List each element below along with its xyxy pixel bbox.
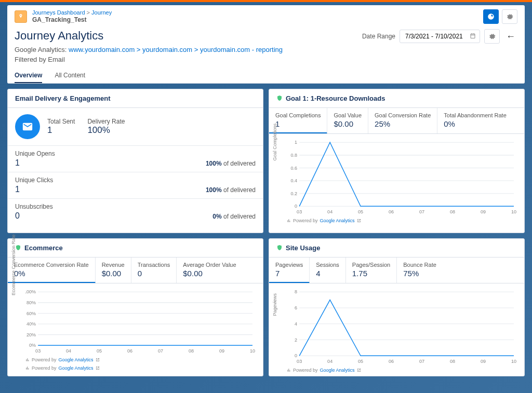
- unique-clicks-value: 1: [15, 185, 20, 194]
- svg-text:03: 03: [297, 358, 302, 363]
- svg-text:40%: 40%: [26, 321, 36, 327]
- svg-text:07: 07: [419, 209, 424, 214]
- goal1-tab-conversion[interactable]: Goal Conversion Rate25%: [368, 108, 437, 133]
- site-tab-sessions[interactable]: Sessions4: [310, 258, 346, 283]
- panel-ecommerce-header: Ecommerce: [8, 239, 263, 258]
- date-range-input[interactable]: 7/3/2021 - 7/10/2021: [400, 30, 480, 43]
- svg-text:09: 09: [481, 358, 486, 363]
- svg-text:07: 07: [419, 358, 424, 363]
- goal1-tab-abandon[interactable]: Total Abandonment Rate0%: [437, 108, 512, 133]
- google-analytics-link[interactable]: Google Analytics: [59, 357, 94, 362]
- svg-text:07: 07: [158, 348, 163, 353]
- goal1-metric-tabs: Goal Completions1 Goal Value$0.00 Goal C…: [269, 108, 524, 134]
- tab-overview[interactable]: Overview: [15, 69, 42, 83]
- unique-opens-value: 1: [15, 158, 20, 168]
- goal1-tab-completions[interactable]: Goal Completions1: [269, 108, 327, 134]
- unsubscribes-label: Unsubscribes: [15, 203, 256, 210]
- external-link-icon: [96, 358, 100, 362]
- svg-text:10: 10: [511, 209, 516, 214]
- shield-icon: [276, 95, 283, 101]
- ga-link-3[interactable]: yourdomain.com - reporting: [200, 46, 283, 53]
- date-settings-button[interactable]: [484, 29, 500, 44]
- panel-site-usage: Site Usage Pageviews7 Sessions4 Pages/Se…: [269, 238, 525, 376]
- site-tab-pps[interactable]: Pages/Session1.75: [346, 258, 397, 283]
- site-tab-bounce[interactable]: Bounce Rate75%: [397, 258, 443, 283]
- date-range-label: Date Range: [362, 33, 395, 40]
- back-arrow[interactable]: ←: [504, 29, 517, 44]
- svg-text:09: 09: [219, 348, 224, 353]
- page-header: Journeys Dashboard > Journey GA_Tracking…: [7, 5, 525, 84]
- total-sent-label: Total Sent: [47, 118, 75, 125]
- svg-text:03: 03: [35, 348, 41, 353]
- site-usage-chart: Pageviews 024680304050607080910: [269, 283, 524, 367]
- ecommerce-chart: Ecommerce Conversion Rate 0%20%40%60%80%…: [8, 283, 263, 356]
- bar-icon: [25, 358, 30, 362]
- ecommerce-tab-rate[interactable]: Ecommerce Conversion Rate0%: [8, 258, 96, 283]
- powered-by-goal1: Powered by Google Analytics: [269, 217, 524, 226]
- settings-button[interactable]: [502, 9, 517, 24]
- svg-text:10: 10: [250, 348, 255, 353]
- delivery-rate-value: 100%: [87, 125, 125, 135]
- filter-label: Filtered by Email: [15, 56, 283, 63]
- mail-icon: [15, 114, 40, 139]
- powered-by-ecom1: Powered by Google Analytics: [8, 356, 263, 365]
- ecommerce-tab-transactions[interactable]: Transactions0: [131, 258, 177, 283]
- svg-text:06: 06: [127, 348, 132, 353]
- panel-site-usage-header: Site Usage: [269, 239, 524, 258]
- svg-text:0.2: 0.2: [291, 191, 298, 196]
- svg-text:20%: 20%: [26, 332, 36, 337]
- tab-all-content[interactable]: All Content: [55, 69, 85, 83]
- svg-text:100%: 100%: [25, 289, 36, 294]
- svg-text:6: 6: [295, 305, 297, 310]
- google-analytics-link[interactable]: Google Analytics: [59, 365, 94, 371]
- ga-link-1[interactable]: www.yourdomain.com: [69, 46, 135, 53]
- svg-text:05: 05: [358, 209, 363, 214]
- bar-icon: [287, 219, 291, 223]
- svg-text:60%: 60%: [26, 310, 36, 316]
- svg-text:03: 03: [297, 209, 302, 214]
- site-tab-pageviews[interactable]: Pageviews7: [269, 258, 310, 283]
- svg-text:08: 08: [450, 209, 455, 214]
- svg-text:04: 04: [327, 209, 332, 214]
- panel-email-header: Email Delivery & Engagement: [8, 89, 263, 108]
- svg-text:08: 08: [450, 358, 455, 363]
- external-link-icon: [357, 219, 361, 223]
- panel-email-delivery: Email Delivery & Engagement Total Sent 1…: [7, 89, 263, 233]
- journey-icon: [15, 10, 27, 23]
- external-link-icon: [96, 366, 100, 370]
- goal1-tab-value[interactable]: Goal Value$0.00: [327, 108, 368, 133]
- breadcrumb: Journeys Dashboard > Journey GA_Tracking…: [32, 9, 112, 24]
- powered-by-ecom2: Powered by Google Analytics: [8, 365, 263, 374]
- google-analytics-link[interactable]: Google Analytics: [320, 218, 355, 223]
- panel-ecommerce: Ecommerce Ecommerce Conversion Rate0% Re…: [7, 238, 263, 376]
- shield-icon: [276, 245, 283, 251]
- ecommerce-tab-revenue[interactable]: Revenue$0.00: [96, 258, 131, 283]
- ga-link-2[interactable]: yourdomain.com: [142, 46, 192, 53]
- svg-text:0.4: 0.4: [291, 178, 298, 183]
- unique-clicks-label: Unique Clicks: [15, 177, 256, 184]
- svg-text:05: 05: [358, 358, 363, 363]
- svg-text:2: 2: [295, 337, 297, 342]
- svg-text:09: 09: [481, 209, 486, 214]
- breadcrumb-parent[interactable]: Journeys Dashboard: [32, 9, 85, 16]
- bar-icon: [287, 368, 291, 372]
- svg-text:0: 0: [295, 204, 297, 209]
- svg-text:04: 04: [327, 358, 332, 363]
- svg-text:10: 10: [511, 358, 516, 363]
- ga-path: Google Analytics: www.yourdomain.com > y…: [15, 46, 283, 53]
- svg-text:04: 04: [66, 348, 71, 353]
- external-link-icon: [357, 368, 361, 372]
- svg-text:06: 06: [389, 358, 394, 363]
- svg-text:0.8: 0.8: [291, 152, 298, 157]
- svg-text:0%: 0%: [29, 343, 36, 348]
- svg-text:06: 06: [389, 209, 394, 214]
- site-usage-metric-tabs: Pageviews7 Sessions4 Pages/Session1.75 B…: [269, 258, 524, 283]
- svg-text:05: 05: [97, 348, 102, 353]
- ecommerce-tab-aov[interactable]: Average Order Value$0.00: [177, 258, 242, 283]
- chart-toggle-button[interactable]: [483, 9, 499, 24]
- breadcrumb-title: GA_Tracking_Test: [32, 16, 112, 23]
- google-analytics-link[interactable]: Google Analytics: [320, 368, 355, 373]
- calendar-icon: [470, 33, 476, 39]
- page-title: Journey Analytics: [15, 29, 283, 43]
- svg-text:0: 0: [295, 353, 297, 358]
